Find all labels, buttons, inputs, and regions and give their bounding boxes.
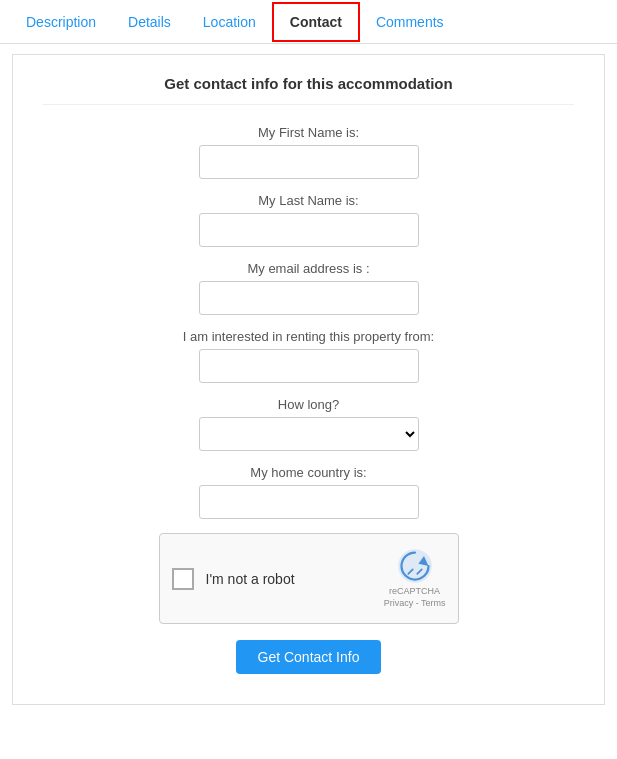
recaptcha-right: reCAPTCHA Privacy - Terms [384,548,446,609]
tab-comments[interactable]: Comments [360,4,460,40]
how-long-label: How long? [278,397,339,412]
country-label: My home country is: [250,465,366,480]
tab-contact[interactable]: Contact [272,2,360,42]
email-label: My email address is : [247,261,369,276]
recaptcha-checkbox[interactable] [172,568,194,590]
tab-details[interactable]: Details [112,4,187,40]
how-long-group: How long? 1 week 2 weeks 1 month 3 month… [43,397,574,451]
recaptcha-left: I'm not a robot [172,568,295,590]
main-content: Get contact info for this accommodation … [12,54,605,705]
recaptcha-brand: reCAPTCHA Privacy - Terms [384,586,446,609]
recaptcha-logo-icon [397,548,433,584]
first-name-input[interactable] [199,145,419,179]
recaptcha-label: I'm not a robot [206,571,295,587]
first-name-group: My First Name is: [43,125,574,179]
how-long-select[interactable]: 1 week 2 weeks 1 month 3 months 6 months… [199,417,419,451]
tab-location[interactable]: Location [187,4,272,40]
email-input[interactable] [199,281,419,315]
recaptcha-box[interactable]: I'm not a robot reCAPTCHA Privacy - Term… [159,533,459,624]
tab-navigation: Description Details Location Contact Com… [0,0,617,44]
country-group: My home country is: [43,465,574,519]
svg-point-0 [398,549,432,583]
from-date-group: I am interested in renting this property… [43,329,574,383]
last-name-group: My Last Name is: [43,193,574,247]
email-group: My email address is : [43,261,574,315]
section-title: Get contact info for this accommodation [43,75,574,105]
from-date-label: I am interested in renting this property… [183,329,434,344]
tab-description[interactable]: Description [10,4,112,40]
last-name-label: My Last Name is: [258,193,358,208]
last-name-input[interactable] [199,213,419,247]
submit-button[interactable]: Get Contact Info [236,640,382,674]
from-date-input[interactable] [199,349,419,383]
first-name-label: My First Name is: [258,125,359,140]
country-input[interactable] [199,485,419,519]
